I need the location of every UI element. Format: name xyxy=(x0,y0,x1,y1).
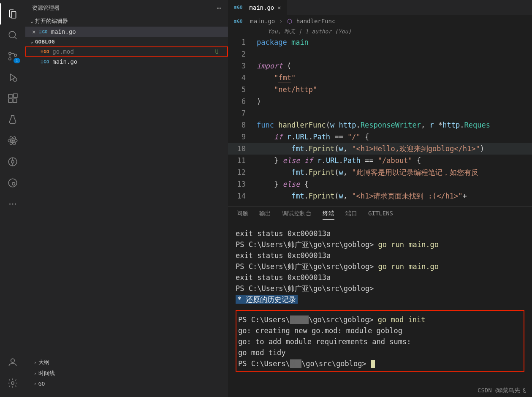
timeline-header[interactable]: › 时间线 xyxy=(25,368,228,379)
terminal-line: go mod tidy xyxy=(238,347,522,358)
panel-tab-终端[interactable]: 终端 xyxy=(323,210,334,220)
terminal-line: exit status 0xc000013a xyxy=(236,272,524,283)
panel-tab-GITLENS[interactable]: GITLENS xyxy=(368,210,393,220)
terminal-line: PS C:\Users\帅广亚\go\src\goblog> go run ma… xyxy=(236,239,524,250)
code-line[interactable]: 5 "net/http" xyxy=(228,84,532,95)
chevron-right-icon: › xyxy=(34,360,37,365)
svg-rect-6 xyxy=(8,99,12,103)
source-control-icon[interactable]: 1 xyxy=(0,46,25,67)
react-icon[interactable] xyxy=(0,130,25,151)
timeline-label: 时间线 xyxy=(38,370,55,377)
terminal-line: PS C:\Users\帅 广\go\src\goblog> go mod in… xyxy=(238,314,522,325)
breadcrumb-symbol: handlerFunc xyxy=(296,18,336,24)
terminal-line: PS C:\Users\帅广亚\go\src\goblog> go run ma… xyxy=(236,261,524,272)
terminal-line: exit status 0xc000013a xyxy=(236,250,524,261)
breadcrumb[interactable]: GO main.go › ⬡ handlerFunc xyxy=(228,15,532,27)
code-line[interactable]: 4 "fmt" xyxy=(228,72,532,84)
svg-point-9 xyxy=(12,140,14,141)
project-label: GOBLOG xyxy=(35,38,55,45)
terminal-line: PS C:\Users\帅 \go\src\goblog> xyxy=(238,358,522,369)
svg-point-1 xyxy=(9,52,11,54)
breadcrumb-file: main.go xyxy=(250,18,275,24)
code-line[interactable]: 13 } else { xyxy=(228,178,532,190)
gitlens-icon[interactable] xyxy=(0,151,25,172)
activity-bar: 1 xyxy=(0,0,25,397)
code-line[interactable]: 6) xyxy=(228,95,532,107)
settings-icon[interactable] xyxy=(0,373,25,394)
sidebar-header: 资源管理器 ⋯ xyxy=(25,0,228,16)
go-section-header[interactable]: › GO xyxy=(25,379,228,389)
file-name: main.go xyxy=(51,28,223,35)
tab-label: main.go xyxy=(249,4,274,11)
code-line[interactable]: 9 if r.URL.Path == "/" { xyxy=(228,131,532,143)
remote-icon[interactable] xyxy=(0,172,25,193)
code-line[interactable]: 3import ( xyxy=(228,60,532,72)
tab-maingo[interactable]: GO main.go ✕ xyxy=(228,0,287,15)
code-editor[interactable]: 1package main23import (4 "fmt"5 "net/htt… xyxy=(228,36,532,206)
bottom-panel: 问题输出调试控制台终端端口GITLENS exit status 0xc0000… xyxy=(228,206,532,375)
svg-rect-5 xyxy=(8,94,12,98)
file-name: main.go xyxy=(52,58,223,65)
terminal-line: go: creating new go.mod: module goblog xyxy=(238,325,522,336)
file-item-gomod[interactable]: GO go.mod U xyxy=(25,46,228,57)
code-line[interactable]: 11 } else if r.URL.Path == "/about" { xyxy=(228,155,532,166)
open-editor-item[interactable]: ✕ GO main.go xyxy=(25,27,228,37)
svg-rect-7 xyxy=(13,99,17,103)
code-line[interactable]: 8func handlerFunc(w http.ResponseWriter,… xyxy=(228,119,532,131)
svg-point-21 xyxy=(11,382,14,385)
explorer-icon[interactable] xyxy=(0,3,25,24)
scm-badge: 1 xyxy=(14,58,20,63)
terminal-line: go: to add module requirements and sums: xyxy=(238,336,522,347)
debug-icon[interactable] xyxy=(0,67,25,88)
ellipsis-icon[interactable] xyxy=(0,193,25,215)
watermark: CSDN @@菜鸟先飞 xyxy=(478,387,526,394)
code-line[interactable]: 1package main xyxy=(228,36,532,48)
code-line[interactable]: 12 fmt.Fprint(w, "此博客是用以记录编程笔记，如您有反 xyxy=(228,166,532,178)
go-file-icon: GO xyxy=(39,29,47,35)
svg-point-18 xyxy=(12,203,13,204)
svg-point-17 xyxy=(9,203,11,204)
svg-rect-8 xyxy=(14,94,17,98)
outline-header[interactable]: › 大纲 xyxy=(25,357,228,368)
git-status: U xyxy=(215,48,223,55)
svg-point-4 xyxy=(13,78,17,82)
code-line[interactable]: 2 xyxy=(228,48,532,60)
panel-tab-输出[interactable]: 输出 xyxy=(259,210,271,220)
project-header[interactable]: ⌄ GOBLOG xyxy=(25,37,228,46)
explorer-sidebar: 资源管理器 ⋯ ⌄ 打开的编辑器 ✕ GO main.go ⌄ GOBLOG G… xyxy=(25,0,228,397)
code-line[interactable]: 10 fmt.Fprint(w, "<h1>Hello,欢迎来到goblog</… xyxy=(228,143,532,155)
search-icon[interactable] xyxy=(0,24,25,46)
go-file-icon: GO xyxy=(234,19,242,24)
extensions-icon[interactable] xyxy=(0,88,25,109)
file-name: go.mod xyxy=(52,48,215,55)
go-section-label: GO xyxy=(38,381,45,387)
panel-tab-调试控制台[interactable]: 调试控制台 xyxy=(282,210,312,220)
svg-point-16 xyxy=(12,182,15,185)
symbol-icon: ⬡ xyxy=(287,18,292,24)
panel-tab-端口[interactable]: 端口 xyxy=(345,210,357,220)
code-line[interactable]: 14 fmt.Fprint(w, "<h1>请求页面未找到 :(</h1>"+ xyxy=(228,190,532,202)
terminal-highlighted-box: PS C:\Users\帅 广\go\src\goblog> go mod in… xyxy=(236,310,524,372)
panel-tab-问题[interactable]: 问题 xyxy=(236,210,248,220)
codelens[interactable]: You, 昨天 | 1 author (You) xyxy=(228,27,532,36)
account-icon[interactable] xyxy=(0,351,25,373)
terminal-output[interactable]: exit status 0xc000013aPS C:\Users\帅广亚\go… xyxy=(228,223,532,375)
terminal-line: PS C:\Users\帅广亚\go\src\goblog> xyxy=(236,283,524,294)
sidebar-more-icon[interactable]: ⋯ xyxy=(217,3,221,12)
close-icon[interactable]: ✕ xyxy=(277,4,281,11)
outline-label: 大纲 xyxy=(38,359,49,366)
code-line[interactable]: 7 xyxy=(228,107,532,119)
open-editors-header[interactable]: ⌄ 打开的编辑器 xyxy=(25,16,228,27)
go-file-icon: GO xyxy=(41,49,49,54)
testing-icon[interactable] xyxy=(0,109,25,130)
chevron-right-icon: › xyxy=(34,381,37,386)
sidebar-title: 资源管理器 xyxy=(32,4,60,12)
file-item-maingo[interactable]: GO main.go xyxy=(25,57,228,67)
open-editors-label: 打开的编辑器 xyxy=(35,17,68,25)
terminal-line: * 还原的历史记录 xyxy=(236,294,524,305)
close-icon[interactable]: ✕ xyxy=(32,28,35,35)
chevron-down-icon: ⌄ xyxy=(30,39,33,44)
editor-tabs: GO main.go ✕ xyxy=(228,0,532,15)
editor-area: GO main.go ✕ GO main.go › ⬡ handlerFunc … xyxy=(228,0,532,397)
go-file-icon: GO xyxy=(234,5,242,10)
